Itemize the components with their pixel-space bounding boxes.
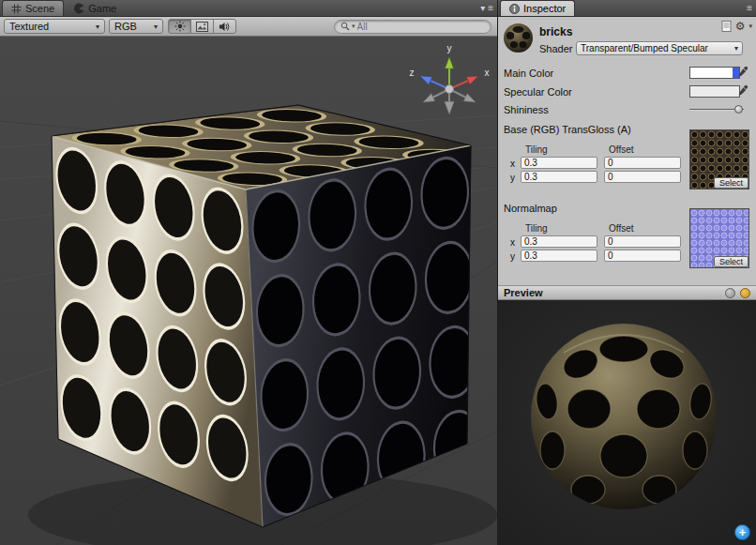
tab-scene[interactable]: Scene (2, 0, 64, 16)
scene-3d-render: y x z (0, 37, 497, 545)
gizmo-z-label[interactable]: z (410, 68, 415, 78)
color-mode-value: RGB (114, 21, 137, 32)
base-texture-section: Base (RGB) TransGloss (A) Tiling Offset … (498, 122, 756, 201)
preview-title: Preview (504, 287, 543, 298)
shader-value: Transparent/Bumped Specular (581, 43, 708, 53)
material-ball-icon (503, 23, 534, 53)
scene-toggles (169, 19, 236, 34)
main-color-row: Main Color (504, 66, 750, 80)
specular-color-swatch[interactable] (689, 85, 740, 98)
tab-inspector[interactable]: Inspector (500, 0, 575, 16)
preview-sphere-render (498, 300, 756, 545)
unity-editor-window: Scene Game ▾ ≡ Textured ▾ RGB ▾ (0, 0, 756, 545)
shininess-slider-thumb[interactable] (734, 105, 743, 114)
normalmap-thumbnail[interactable]: Select (689, 208, 749, 268)
shader-dropdown[interactable]: Transparent/Bumped Specular ▾ (576, 41, 743, 55)
scene-pane-menu[interactable]: ▾ ≡ (480, 2, 493, 15)
y-axis-label: y (510, 173, 515, 183)
sun-icon (174, 21, 186, 32)
audio-toggle[interactable] (213, 19, 236, 34)
menu-icon: ≡ (747, 2, 752, 15)
normalmap-select-button[interactable]: Select (714, 256, 748, 267)
dropdown-arrow-icon: ▾ (480, 2, 485, 15)
x-axis-label: x (510, 237, 515, 248)
scene-toolbar: Textured ▾ RGB ▾ (0, 17, 497, 37)
offset-header: Offset (609, 144, 634, 155)
material-header-icons: ⚙ ▾ (721, 21, 752, 32)
normalmap-label: Normalmap (504, 203, 557, 214)
y-axis-label: y (510, 251, 515, 262)
help-book-icon[interactable] (721, 21, 732, 32)
main-color-swatch[interactable] (689, 67, 740, 79)
lighting-toggle[interactable] (168, 19, 191, 34)
chevron-down-icon: ▾ (734, 44, 738, 53)
shininess-row: Shininess (504, 102, 750, 116)
menu-icon: ≡ (488, 2, 493, 15)
color-mode-dropdown[interactable]: RGB ▾ (109, 19, 163, 34)
chevron-down-icon: ▾ (748, 23, 752, 30)
gizmo-y-label[interactable]: y (447, 43, 452, 53)
normal-offset-x-field[interactable] (604, 235, 681, 248)
base-texture-select-button[interactable]: Select (714, 177, 748, 189)
gear-icon[interactable]: ⚙ (735, 21, 746, 32)
preview-header-icons (725, 288, 750, 298)
tiling-header: Tiling (525, 144, 548, 155)
eyedropper-icon[interactable] (737, 84, 748, 97)
base-tiling-x-field[interactable] (521, 157, 597, 169)
inspector-tabstrip: Inspector ≡ (498, 0, 756, 17)
image-icon (196, 22, 208, 32)
inspector-panel: Inspector ≡ (498, 0, 756, 545)
chevron-down-icon: ▾ (148, 23, 158, 31)
normal-tiling-y-field[interactable] (521, 250, 597, 262)
base-texture-label: Base (RGB) TransGloss (A) (504, 124, 631, 135)
x-axis-label: x (510, 159, 515, 169)
normal-offset-y-field[interactable] (604, 250, 681, 262)
tab-scene-label: Scene (25, 3, 54, 14)
base-offset-x-field[interactable] (604, 157, 681, 169)
specular-color-label: Specular Color (504, 86, 572, 98)
draw-mode-value: Textured (9, 21, 49, 32)
base-tiling-y-field[interactable] (521, 171, 597, 183)
scene-panel: Scene Game ▾ ≡ Textured ▾ RGB ▾ (0, 0, 498, 545)
scene-search-input[interactable] (357, 22, 485, 32)
eyedropper-icon[interactable] (737, 66, 748, 78)
normalmap-section: Normalmap Tiling Offset x y (498, 201, 756, 280)
base-texture-thumbnail[interactable]: Select (689, 129, 749, 189)
material-inspector: bricks Shader Transparent/Bumped Specula… (498, 17, 756, 285)
base-offset-y-field[interactable] (604, 171, 681, 183)
shader-label: Shader (539, 43, 572, 54)
draw-mode-dropdown[interactable]: Textured ▾ (4, 19, 105, 34)
game-icon (73, 3, 84, 14)
inspector-icon (509, 4, 520, 14)
shininess-label: Shininess (504, 104, 549, 115)
tiling-header: Tiling (525, 223, 548, 234)
scene-search: ▾ (334, 20, 491, 34)
tab-inspector-label: Inspector (523, 3, 566, 14)
preview-light-toggle-icon[interactable] (740, 288, 750, 298)
preview-sphere-toggle-icon[interactable] (725, 288, 735, 298)
search-icon (340, 22, 350, 31)
gizmo-x-label[interactable]: x (485, 68, 490, 78)
scene-viewport[interactable]: y x z (0, 37, 497, 545)
chevron-down-icon: ▾ (90, 23, 99, 31)
main-color-label: Main Color (504, 68, 553, 79)
specular-color-row: Specular Color (504, 84, 750, 98)
tab-game-label: Game (88, 3, 116, 14)
scene-tabstrip: Scene Game ▾ ≡ (0, 0, 497, 17)
speaker-icon (219, 22, 231, 32)
search-filter-arrow-icon[interactable]: ▾ (352, 23, 355, 30)
textured-cube[interactable] (52, 105, 483, 527)
scene-grid-icon (11, 4, 22, 14)
normal-tiling-x-field[interactable] (521, 235, 597, 248)
skybox-toggle[interactable] (190, 19, 214, 34)
inspector-menu[interactable]: ≡ (747, 2, 752, 15)
tab-game[interactable]: Game (65, 0, 125, 16)
material-preview[interactable]: + (498, 300, 756, 545)
material-name: bricks (539, 25, 572, 38)
preview-header: Preview (498, 285, 756, 300)
add-button[interactable]: + (734, 524, 750, 540)
offset-header: Offset (609, 223, 634, 234)
